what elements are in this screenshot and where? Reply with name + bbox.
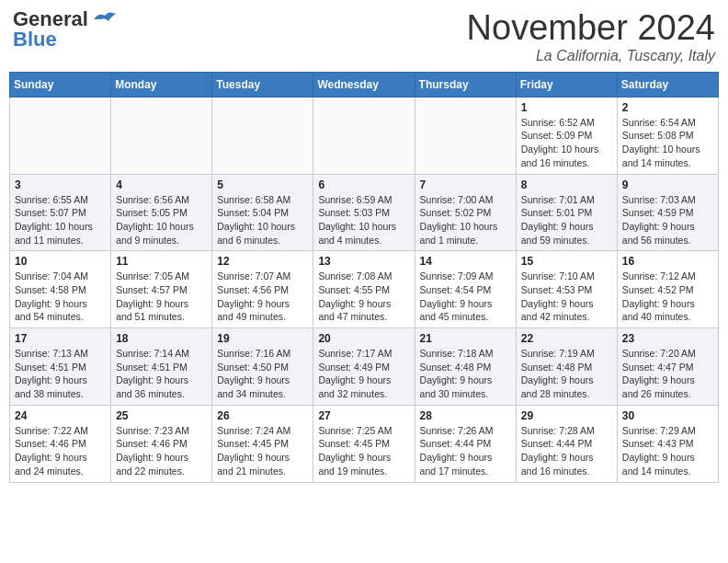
day-number: 24 [15, 409, 106, 422]
calendar-day-empty [212, 97, 313, 174]
day-info: Sunrise: 7:07 AM Sunset: 4:56 PM Dayligh… [217, 270, 308, 324]
calendar-week-row: 3Sunrise: 6:55 AM Sunset: 5:07 PM Daylig… [10, 174, 719, 251]
logo: GeneralBlue [13, 9, 118, 50]
day-info: Sunrise: 7:29 AM Sunset: 4:43 PM Dayligh… [622, 424, 713, 478]
weekday-header-wednesday: Wednesday [313, 72, 415, 97]
day-number: 30 [622, 409, 713, 422]
day-number: 22 [521, 332, 612, 345]
calendar-day-10: 10Sunrise: 7:04 AM Sunset: 4:58 PM Dayli… [10, 251, 111, 328]
day-number: 16 [622, 255, 713, 268]
weekday-header-monday: Monday [111, 72, 212, 97]
day-number: 8 [521, 178, 612, 191]
calendar-day-14: 14Sunrise: 7:09 AM Sunset: 4:54 PM Dayli… [415, 251, 516, 328]
day-info: Sunrise: 7:00 AM Sunset: 5:02 PM Dayligh… [420, 193, 511, 247]
location-subtitle: La California, Tuscany, Italy [467, 48, 715, 64]
weekday-header-row: SundayMondayTuesdayWednesdayThursdayFrid… [10, 72, 719, 97]
weekday-header-saturday: Saturday [617, 72, 718, 97]
day-info: Sunrise: 7:13 AM Sunset: 4:51 PM Dayligh… [15, 347, 106, 401]
calendar-day-empty [10, 97, 111, 174]
day-number: 29 [521, 409, 612, 422]
calendar-day-22: 22Sunrise: 7:19 AM Sunset: 4:48 PM Dayli… [516, 328, 617, 406]
day-info: Sunrise: 6:52 AM Sunset: 5:09 PM Dayligh… [521, 116, 612, 170]
calendar-day-19: 19Sunrise: 7:16 AM Sunset: 4:50 PM Dayli… [212, 328, 313, 406]
day-info: Sunrise: 7:05 AM Sunset: 4:57 PM Dayligh… [116, 270, 207, 324]
calendar-day-11: 11Sunrise: 7:05 AM Sunset: 4:57 PM Dayli… [111, 251, 212, 328]
calendar-table: SundayMondayTuesdayWednesdayThursdayFrid… [9, 72, 719, 483]
day-info: Sunrise: 6:59 AM Sunset: 5:03 PM Dayligh… [318, 193, 409, 247]
weekday-header-friday: Friday [516, 72, 617, 97]
day-info: Sunrise: 7:01 AM Sunset: 5:01 PM Dayligh… [521, 193, 612, 247]
calendar-day-1: 1Sunrise: 6:52 AM Sunset: 5:09 PM Daylig… [516, 97, 617, 174]
day-number: 12 [217, 255, 308, 268]
calendar-day-12: 12Sunrise: 7:07 AM Sunset: 4:56 PM Dayli… [212, 251, 313, 328]
logo-text: GeneralBlue [13, 9, 88, 50]
day-number: 6 [318, 178, 409, 191]
day-info: Sunrise: 7:25 AM Sunset: 4:45 PM Dayligh… [318, 424, 409, 478]
calendar-day-9: 9Sunrise: 7:03 AM Sunset: 4:59 PM Daylig… [617, 174, 718, 251]
day-number: 17 [15, 332, 106, 345]
calendar-day-empty [111, 97, 212, 174]
day-number: 25 [116, 409, 207, 422]
day-info: Sunrise: 7:04 AM Sunset: 4:58 PM Dayligh… [15, 270, 106, 324]
calendar-day-18: 18Sunrise: 7:14 AM Sunset: 4:51 PM Dayli… [111, 328, 212, 406]
calendar-day-21: 21Sunrise: 7:18 AM Sunset: 4:48 PM Dayli… [415, 328, 516, 406]
day-info: Sunrise: 6:56 AM Sunset: 5:05 PM Dayligh… [116, 193, 207, 247]
calendar-day-27: 27Sunrise: 7:25 AM Sunset: 4:45 PM Dayli… [313, 405, 415, 482]
day-info: Sunrise: 7:24 AM Sunset: 4:45 PM Dayligh… [217, 424, 308, 478]
title-block: November 2024 La California, Tuscany, It… [467, 9, 715, 64]
day-info: Sunrise: 7:03 AM Sunset: 4:59 PM Dayligh… [622, 193, 713, 247]
day-info: Sunrise: 7:14 AM Sunset: 4:51 PM Dayligh… [116, 347, 207, 401]
calendar-day-empty [415, 97, 516, 174]
day-number: 2 [622, 101, 713, 114]
calendar-day-4: 4Sunrise: 6:56 AM Sunset: 5:05 PM Daylig… [111, 174, 212, 251]
calendar-day-15: 15Sunrise: 7:10 AM Sunset: 4:53 PM Dayli… [516, 251, 617, 328]
day-number: 10 [15, 255, 106, 268]
day-info: Sunrise: 7:17 AM Sunset: 4:49 PM Dayligh… [318, 347, 409, 401]
weekday-header-thursday: Thursday [415, 72, 516, 97]
calendar-day-5: 5Sunrise: 6:58 AM Sunset: 5:04 PM Daylig… [212, 174, 313, 251]
calendar-week-row: 24Sunrise: 7:22 AM Sunset: 4:46 PM Dayli… [10, 405, 719, 482]
day-info: Sunrise: 7:19 AM Sunset: 4:48 PM Dayligh… [521, 347, 612, 401]
day-info: Sunrise: 6:54 AM Sunset: 5:08 PM Dayligh… [622, 116, 713, 170]
day-number: 1 [521, 101, 612, 114]
day-number: 23 [622, 332, 713, 345]
calendar-day-6: 6Sunrise: 6:59 AM Sunset: 5:03 PM Daylig… [313, 174, 415, 251]
calendar-day-24: 24Sunrise: 7:22 AM Sunset: 4:46 PM Dayli… [10, 405, 111, 482]
calendar-day-16: 16Sunrise: 7:12 AM Sunset: 4:52 PM Dayli… [617, 251, 718, 328]
calendar-day-20: 20Sunrise: 7:17 AM Sunset: 4:49 PM Dayli… [313, 328, 415, 406]
calendar-day-empty [313, 97, 415, 174]
day-info: Sunrise: 7:22 AM Sunset: 4:46 PM Dayligh… [15, 424, 106, 478]
day-info: Sunrise: 7:18 AM Sunset: 4:48 PM Dayligh… [420, 347, 511, 401]
calendar-week-row: 10Sunrise: 7:04 AM Sunset: 4:58 PM Dayli… [10, 251, 719, 328]
day-number: 20 [318, 332, 409, 345]
day-info: Sunrise: 7:28 AM Sunset: 4:44 PM Dayligh… [521, 424, 612, 478]
weekday-header-tuesday: Tuesday [212, 72, 313, 97]
calendar-day-2: 2Sunrise: 6:54 AM Sunset: 5:08 PM Daylig… [617, 97, 718, 174]
calendar-day-30: 30Sunrise: 7:29 AM Sunset: 4:43 PM Dayli… [617, 405, 718, 482]
day-info: Sunrise: 7:09 AM Sunset: 4:54 PM Dayligh… [420, 270, 511, 324]
day-info: Sunrise: 7:23 AM Sunset: 4:46 PM Dayligh… [116, 424, 207, 478]
day-info: Sunrise: 7:26 AM Sunset: 4:44 PM Dayligh… [420, 424, 511, 478]
day-info: Sunrise: 7:16 AM Sunset: 4:50 PM Dayligh… [217, 347, 308, 401]
day-number: 26 [217, 409, 308, 422]
weekday-header-sunday: Sunday [10, 72, 111, 97]
calendar-day-3: 3Sunrise: 6:55 AM Sunset: 5:07 PM Daylig… [10, 174, 111, 251]
day-info: Sunrise: 6:55 AM Sunset: 5:07 PM Dayligh… [15, 193, 106, 247]
calendar-day-13: 13Sunrise: 7:08 AM Sunset: 4:55 PM Dayli… [313, 251, 415, 328]
day-number: 14 [420, 255, 511, 268]
day-number: 7 [420, 178, 511, 191]
day-info: Sunrise: 7:08 AM Sunset: 4:55 PM Dayligh… [318, 270, 409, 324]
day-number: 18 [116, 332, 207, 345]
day-info: Sunrise: 7:10 AM Sunset: 4:53 PM Dayligh… [521, 270, 612, 324]
day-number: 11 [116, 255, 207, 268]
logo-bird-icon [92, 10, 118, 32]
day-info: Sunrise: 7:20 AM Sunset: 4:47 PM Dayligh… [622, 347, 713, 401]
calendar-week-row: 1Sunrise: 6:52 AM Sunset: 5:09 PM Daylig… [10, 97, 719, 174]
day-number: 15 [521, 255, 612, 268]
day-info: Sunrise: 7:12 AM Sunset: 4:52 PM Dayligh… [622, 270, 713, 324]
calendar-week-row: 17Sunrise: 7:13 AM Sunset: 4:51 PM Dayli… [10, 328, 719, 406]
calendar-day-25: 25Sunrise: 7:23 AM Sunset: 4:46 PM Dayli… [111, 405, 212, 482]
day-number: 21 [420, 332, 511, 345]
calendar-day-8: 8Sunrise: 7:01 AM Sunset: 5:01 PM Daylig… [516, 174, 617, 251]
day-info: Sunrise: 6:58 AM Sunset: 5:04 PM Dayligh… [217, 193, 308, 247]
